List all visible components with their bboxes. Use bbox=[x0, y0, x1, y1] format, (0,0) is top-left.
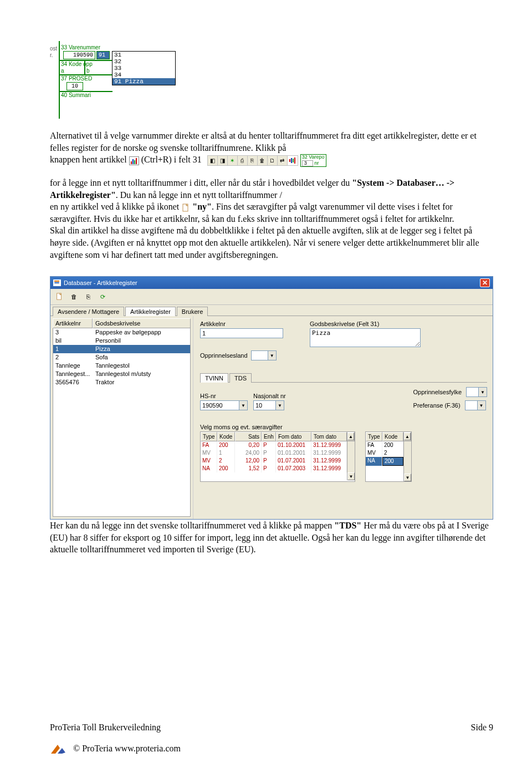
tab-artikkelregister[interactable]: Artikkelregister bbox=[125, 307, 176, 316]
label-preferanse: Preferanse (F.36) bbox=[413, 402, 461, 409]
new-doc-icon: 🗋 bbox=[268, 156, 278, 165]
refresh-icon[interactable]: ⟳ bbox=[97, 291, 108, 302]
hent-artikkel-icon bbox=[129, 156, 139, 165]
label-artikkelnr: Artikkelnr bbox=[200, 321, 283, 327]
chevron-down-icon: ▼ bbox=[268, 350, 277, 360]
icon-generic: ◧ bbox=[208, 156, 218, 165]
scroll-down-icon[interactable]: ▼ bbox=[347, 472, 355, 480]
runner-icon: ✶ bbox=[228, 156, 238, 165]
tab-tds[interactable]: TDS bbox=[229, 373, 252, 383]
valgte-avgifter-table: Type Kode ▲ FA200 MV2 NA200 bbox=[365, 431, 412, 482]
chevron-down-icon: ▼ bbox=[477, 400, 486, 410]
copy-icon[interactable]: ⎘ bbox=[83, 291, 94, 302]
scroll-down-icon[interactable]: ▼ bbox=[404, 474, 411, 481]
avgifter-table: Type Kode Sats Enh Fom dato Tom dato ▲ bbox=[200, 431, 355, 482]
table-row[interactable]: MV124,00P01.01.200131.12.9999 bbox=[201, 449, 347, 457]
section-tabs: TVINN TDS bbox=[200, 373, 487, 382]
footer-page-number: Side 9 bbox=[471, 723, 493, 733]
tab-avsendere[interactable]: Avsendere / Mottagere bbox=[53, 307, 124, 316]
list-item: TannlegeTannlegestol bbox=[53, 362, 190, 370]
nasjonalt-field[interactable]: ▼ bbox=[253, 400, 286, 410]
article-form-pane: Artikkelnr Godsbeskrivelse (Felt 31) Opp… bbox=[193, 316, 493, 519]
table-row[interactable]: MV2 bbox=[366, 449, 403, 457]
icon-generic: ◨ bbox=[218, 156, 228, 165]
label-godsbeskrivelse: Godsbeskrivelse (Felt 31) bbox=[310, 321, 421, 327]
footer-copyright: © ProTeria www.proteria.com bbox=[73, 744, 181, 754]
label-opprinnelsesland: Opprinnelsesland bbox=[200, 352, 248, 359]
artikkelnr-field[interactable] bbox=[200, 328, 283, 338]
icon-generic: ⎙ bbox=[238, 156, 248, 165]
label-hsnr: HS-nr bbox=[200, 393, 248, 399]
list-item: bilPersonbil bbox=[53, 337, 190, 345]
godsbeskrivelse-field[interactable] bbox=[310, 328, 421, 347]
chevron-down-icon: ▼ bbox=[275, 400, 284, 410]
label-moms: Velg moms og evt. særavgifter bbox=[200, 424, 487, 430]
table-row[interactable]: NA2001,52P01.07.200331.12.9999 bbox=[201, 465, 347, 472]
label-nasjonalt: Nasjonalt nr bbox=[253, 393, 286, 399]
paragraph-3: Her kan du nå legge inn det svenske toll… bbox=[50, 520, 493, 556]
col-artikkelnr[interactable]: Artikkelnr bbox=[53, 318, 93, 328]
proteria-logo bbox=[50, 743, 66, 755]
article-list[interactable]: 3Pappeske av bølgepapp bilPersonbil 1Piz… bbox=[53, 328, 191, 517]
list-item: 3565476Traktor bbox=[53, 378, 190, 387]
new-document-icon bbox=[181, 204, 190, 212]
label-oppfylke: Opprinnelsesfylke bbox=[413, 389, 462, 395]
footer-doc-title: ProTeria Toll Brukerveiledning bbox=[50, 723, 161, 733]
toolbar-icons-row: ◧ ◨ ✶ ⎙ ⎘ 🗑 🗋 ⇄ bbox=[207, 155, 298, 166]
scroll-up-icon[interactable]: ▲ bbox=[347, 433, 354, 440]
artikkelregister-window: Databaser - Artikkelregister ✕ 🗑 ⎘ ⟳ Avs… bbox=[50, 276, 493, 520]
trash-icon: 🗑 bbox=[258, 156, 268, 165]
window-titlebar: Databaser - Artikkelregister ✕ bbox=[50, 277, 493, 289]
scroll-up-icon[interactable]: ▲ bbox=[404, 433, 411, 440]
col-godsbeskrivelse[interactable]: Godsbeskrivelse bbox=[93, 318, 191, 328]
app-icon bbox=[53, 279, 61, 286]
varenummer-dropdown-screenshot: ost r. 33 Varenummer 190590 91 34 Kode o… bbox=[50, 47, 177, 120]
chevron-down-icon: ▼ bbox=[478, 387, 487, 397]
hsnr-field[interactable]: ▼ bbox=[200, 400, 248, 410]
window-title: Databaser - Artikkelregister bbox=[64, 279, 137, 286]
tab-tvinn[interactable]: TVINN bbox=[200, 373, 228, 383]
icon-generic: ⇄ bbox=[278, 156, 288, 165]
paragraph-2: for å legge inn et nytt tolltariffnummer… bbox=[50, 177, 493, 261]
oppfylke-field[interactable]: ▼ bbox=[466, 387, 487, 397]
new-icon[interactable] bbox=[54, 291, 65, 302]
preferanse-field[interactable]: ▼ bbox=[465, 400, 486, 410]
table-row[interactable]: FA2000,20P01.10.200131.12.9999 bbox=[201, 441, 347, 449]
table-row[interactable]: FA200 bbox=[366, 441, 403, 449]
chevron-down-icon: ▼ bbox=[239, 400, 248, 410]
varepo-box: 32 Varepo 3 nr bbox=[300, 154, 326, 167]
close-icon[interactable]: ✕ bbox=[480, 278, 490, 287]
paragraph-1: Alternativet til å velge varnummer direk… bbox=[50, 130, 493, 167]
opprinnelsesland-field[interactable]: ▼ bbox=[251, 350, 277, 360]
list-item: 2Sofa bbox=[53, 353, 190, 362]
list-item: 3Pappeske av bølgepapp bbox=[53, 328, 190, 337]
chart-icon bbox=[288, 156, 298, 165]
tab-brukere[interactable]: Brukere bbox=[177, 307, 208, 316]
icon-generic: ⎘ bbox=[248, 156, 258, 165]
list-item: Tannlegest...Tannlegestol m/utsty bbox=[53, 370, 190, 378]
window-toolbar: 🗑 ⎘ ⟳ bbox=[50, 289, 493, 305]
table-row[interactable]: NA200 bbox=[366, 457, 403, 466]
table-row[interactable]: MV212,00P01.07.200131.12.9999 bbox=[201, 457, 347, 465]
list-item: 1Pizza bbox=[53, 345, 190, 353]
trash-icon[interactable]: 🗑 bbox=[68, 291, 79, 302]
main-tabs: Avsendere / Mottagere Artikkelregister B… bbox=[50, 305, 493, 316]
article-list-pane: Artikkelnr Godsbeskrivelse 3Pappeske av … bbox=[50, 316, 193, 519]
page-footer: ProTeria Toll Brukerveiledning Side 9 © … bbox=[50, 723, 493, 755]
